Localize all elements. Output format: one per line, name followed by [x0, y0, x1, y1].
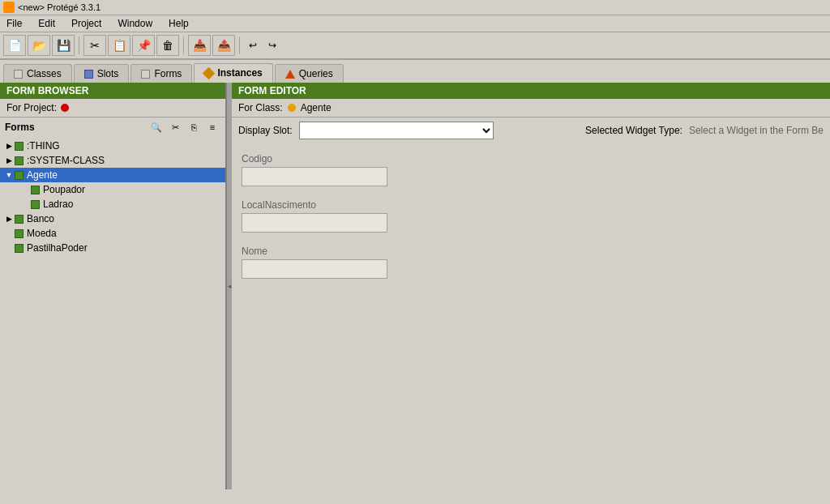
slots-icon	[84, 70, 93, 79]
menu-project[interactable]: Project	[68, 17, 105, 30]
toggle-pastilhapoder	[3, 242, 15, 254]
tree-item-thing[interactable]: ▶ :THING	[0, 139, 225, 153]
tab-classes[interactable]: Classes	[3, 64, 72, 83]
banco-icon	[15, 215, 24, 224]
for-project-label: For Project:	[6, 102, 57, 113]
field-input-nome[interactable]	[242, 259, 387, 279]
form-browser-header: FORM BROWSER	[0, 83, 225, 99]
search-add-icon[interactable]: 🔍	[148, 120, 165, 135]
title-bar: <new> Protégé 3.3.1	[0, 0, 830, 15]
tree-item-system-class[interactable]: ▶ :SYSTEM-CLASS	[0, 153, 225, 168]
main-content: FORM BROWSER For Project: Forms 🔍 ✂ ⎘ ≡ …	[0, 83, 830, 489]
banco-label: Banco	[27, 213, 54, 224]
menu-bar: File Edit Project Window Help	[0, 15, 830, 32]
title-text: <new> Protégé 3.3.1	[18, 2, 101, 12]
poupador-icon	[31, 186, 40, 194]
back-button[interactable]: ↩	[244, 36, 262, 54]
toggle-moeda	[3, 228, 15, 239]
toggle-banco[interactable]: ▶	[3, 213, 15, 224]
toggle-thing[interactable]: ▶	[3, 140, 15, 152]
tree-item-moeda[interactable]: Moeda	[0, 226, 225, 241]
new-file-button[interactable]: 📄	[3, 35, 26, 56]
tab-forms[interactable]: Forms	[130, 64, 192, 83]
field-label-nome: Nome	[242, 246, 820, 257]
open-file-button[interactable]: 📂	[28, 35, 50, 56]
field-group-localnascimento: LocalNascimento	[242, 199, 820, 233]
field-label-codigo: Codigo	[242, 153, 820, 164]
paste-button[interactable]: 📌	[132, 35, 155, 56]
tree-item-ladrao[interactable]: Ladrao	[0, 197, 225, 211]
app-icon	[3, 2, 15, 13]
poupador-label: Poupador	[43, 184, 85, 195]
toolbar-sep-1	[79, 36, 79, 54]
form-browser-panel: FORM BROWSER For Project: Forms 🔍 ✂ ⎘ ≡ …	[0, 83, 227, 489]
thing-icon	[15, 142, 24, 151]
more-icon[interactable]: ≡	[204, 120, 220, 135]
tree-item-banco[interactable]: ▶ Banco	[0, 211, 225, 226]
save-file-button[interactable]: 💾	[52, 35, 75, 56]
display-slot-row: Display Slot: Selected Widget Type: Sele…	[232, 117, 830, 143]
menu-edit[interactable]: Edit	[35, 17, 58, 30]
toggle-system-class[interactable]: ▶	[3, 155, 15, 166]
delete-button[interactable]: 🗑	[156, 35, 179, 56]
menu-help[interactable]: Help	[165, 17, 192, 30]
forms-label: Forms	[5, 122, 35, 133]
tree-item-poupador[interactable]: Poupador	[0, 182, 225, 197]
ladrao-label: Ladrao	[43, 199, 73, 210]
toggle-poupador	[19, 184, 31, 195]
system-class-label: :SYSTEM-CLASS	[27, 155, 105, 166]
system-class-icon	[15, 156, 24, 165]
field-input-localnascimento[interactable]	[242, 213, 387, 233]
agente-label: Agente	[27, 169, 58, 181]
field-group-nome: Nome	[242, 246, 820, 279]
forms-icon	[141, 70, 150, 79]
export-button[interactable]: 📤	[212, 35, 235, 56]
instances-icon	[203, 66, 216, 79]
widget-type-value: Select a Widget in the Form Be	[689, 125, 824, 136]
form-editor-header: FORM EDITOR	[232, 83, 830, 99]
field-input-codigo[interactable]	[242, 167, 387, 186]
display-slot-select[interactable]	[299, 122, 494, 139]
display-slot-label: Display Slot:	[238, 125, 293, 136]
pastilhapoder-icon	[15, 244, 24, 253]
menu-window[interactable]: Window	[114, 17, 156, 30]
queries-icon	[285, 70, 295, 79]
form-fields-area: Codigo LocalNascimento Nome	[232, 143, 830, 489]
classes-icon	[14, 70, 23, 79]
moeda-icon	[15, 229, 24, 238]
copy-button[interactable]: 📋	[108, 35, 130, 56]
agente-icon	[15, 171, 24, 180]
thing-label: :THING	[27, 140, 60, 152]
form-browser-subheader: For Project:	[0, 99, 225, 117]
pastilhapoder-label: PastilhaPoder	[27, 242, 88, 254]
field-group-codigo: Codigo	[242, 153, 820, 186]
toolbar: 📄 📂 💾 ✂ 📋 📌 🗑 📥 📤 ↩ ↪	[0, 32, 830, 60]
project-status-dot	[61, 104, 69, 112]
toggle-agente[interactable]: ▼	[3, 169, 15, 181]
tabs-bar: Classes Slots Forms Instances Queries	[0, 60, 830, 83]
forward-button[interactable]: ↪	[263, 36, 281, 54]
forms-toolbar: Forms 🔍 ✂ ⎘ ≡	[0, 117, 225, 137]
tab-instances[interactable]: Instances	[194, 63, 272, 83]
import-button[interactable]: 📥	[188, 35, 211, 56]
moeda-label: Moeda	[27, 228, 57, 239]
tree-item-agente[interactable]: ▼ Agente	[0, 168, 225, 182]
for-class-label: For Class:	[238, 102, 283, 113]
field-label-localnascimento: LocalNascimento	[242, 199, 820, 211]
cut-icon[interactable]: ✂	[167, 120, 183, 135]
toolbar-sep-3	[239, 36, 240, 54]
form-editor-subheader: For Class: Agente	[232, 99, 830, 117]
toolbar-sep-2	[183, 36, 184, 54]
copy-forms-icon[interactable]: ⎘	[186, 120, 202, 135]
tab-slots[interactable]: Slots	[74, 64, 130, 83]
widget-type-label: Selected Widget Type:	[585, 125, 682, 136]
menu-file[interactable]: File	[3, 17, 25, 30]
class-name: Agente	[301, 102, 332, 113]
tab-queries[interactable]: Queries	[275, 64, 344, 83]
class-status-dot	[288, 104, 296, 112]
forms-action-icons: 🔍 ✂ ⎘ ≡	[148, 120, 220, 135]
ladrao-icon	[31, 200, 40, 209]
toggle-ladrao	[19, 199, 31, 210]
tree-item-pastilhapoder[interactable]: PastilhaPoder	[0, 241, 225, 255]
cut-button[interactable]: ✂	[83, 35, 106, 56]
